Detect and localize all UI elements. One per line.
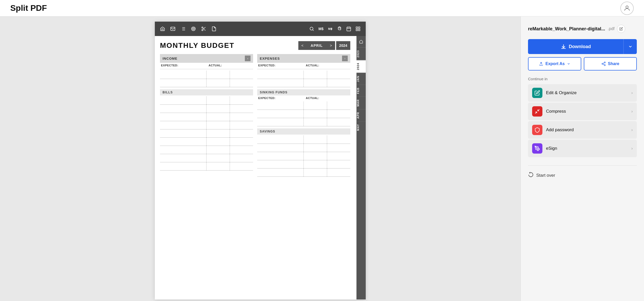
pdf-toolbar-right: M$ M$̷ bbox=[308, 25, 362, 32]
savings-header: SAVINGS bbox=[257, 128, 350, 135]
budget-header: MONTHLY BUDGET < APRIL > 2024 bbox=[160, 41, 350, 50]
bills-label: BILLS bbox=[163, 91, 173, 94]
income-row-2 bbox=[160, 79, 253, 87]
bills-row-6 bbox=[160, 138, 253, 146]
pdf-side-nav: 2023 2024 JAN FEB MAR APR MAY bbox=[356, 36, 366, 299]
expenses-rows bbox=[257, 71, 350, 87]
side-nav-jan[interactable]: JAN bbox=[356, 73, 366, 85]
pdf-preview-area: M$ M$̷ bbox=[0, 16, 521, 301]
budget-grid: INCOME › EXPECTED: ACTUAL: bbox=[160, 54, 350, 177]
income-rows bbox=[160, 71, 253, 87]
prev-month-button[interactable]: < bbox=[298, 41, 307, 50]
bills-rows bbox=[160, 96, 253, 171]
bills-row-7 bbox=[160, 146, 253, 154]
money-cross-icon[interactable]: M$̷ bbox=[327, 25, 334, 32]
bills-header: BILLS bbox=[160, 89, 253, 95]
income-section: INCOME › EXPECTED: ACTUAL: bbox=[160, 54, 253, 177]
svg-line-17 bbox=[538, 109, 539, 111]
edit-filename-button[interactable] bbox=[617, 25, 625, 33]
svg-point-0 bbox=[626, 6, 628, 8]
sinking-funds-label: SINKING FUNDS bbox=[260, 91, 288, 94]
feature-left-edit: Edit & Organize bbox=[532, 88, 577, 98]
feature-compress[interactable]: Compress › bbox=[528, 103, 637, 120]
edit-organize-chevron: › bbox=[631, 91, 633, 95]
sinking-row-2 bbox=[257, 110, 350, 118]
continue-in-label: Continue in bbox=[528, 77, 637, 81]
side-nav-home[interactable] bbox=[356, 36, 366, 47]
svg-rect-10 bbox=[359, 27, 360, 29]
side-nav-may[interactable]: MAY bbox=[356, 121, 366, 133]
side-nav-2024[interactable]: 2024 bbox=[356, 60, 366, 73]
svg-point-4 bbox=[193, 29, 194, 29]
user-icon-button[interactable] bbox=[620, 2, 634, 15]
sinking-actual-label: ACTUAL: bbox=[306, 96, 349, 100]
svg-point-6 bbox=[202, 30, 203, 31]
side-nav-feb[interactable]: FEB bbox=[356, 85, 366, 96]
svg-point-13 bbox=[604, 62, 605, 63]
grid-icon[interactable] bbox=[354, 25, 362, 32]
next-month-button[interactable]: > bbox=[327, 41, 335, 50]
bills-row-8 bbox=[160, 154, 253, 162]
download-chevron-button[interactable] bbox=[623, 39, 637, 54]
expenses-actual-label: ACTUAL: bbox=[306, 64, 349, 67]
calendar-icon[interactable] bbox=[345, 25, 352, 32]
esign-chevron: › bbox=[631, 146, 633, 151]
sinking-funds-header: SINKING FUNDS bbox=[257, 89, 350, 95]
home-icon[interactable] bbox=[159, 25, 166, 32]
sinking-expected-label: EXPECTED: bbox=[258, 96, 302, 100]
search-icon[interactable] bbox=[308, 25, 315, 32]
feature-left-esign: eSign bbox=[532, 143, 557, 154]
income-expected-label: EXPECTED: bbox=[161, 64, 204, 67]
target-icon[interactable] bbox=[190, 25, 197, 32]
side-nav-mar[interactable]: MAR bbox=[356, 96, 366, 109]
add-password-icon bbox=[532, 125, 542, 135]
expenses-section: EXPENSES › EXPECTED: ACTUAL: bbox=[257, 54, 350, 177]
feature-esign[interactable]: eSign › bbox=[528, 140, 637, 157]
expense-row-2 bbox=[257, 79, 350, 87]
feature-edit-organize[interactable]: Edit & Organize › bbox=[528, 84, 637, 102]
mail-icon[interactable] bbox=[169, 25, 176, 32]
income-arrow[interactable]: › bbox=[245, 56, 251, 61]
money-sign-icon[interactable]: M$ bbox=[317, 25, 325, 32]
topbar: Split PDF bbox=[0, 0, 644, 16]
main-content: M$ M$̷ bbox=[0, 16, 644, 301]
esign-label: eSign bbox=[546, 146, 557, 151]
svg-point-7 bbox=[310, 27, 313, 30]
income-actual-label: ACTUAL: bbox=[209, 64, 252, 67]
expenses-labels: EXPECTED: ACTUAL: bbox=[257, 64, 350, 67]
budget-title: MONTHLY BUDGET bbox=[160, 41, 234, 50]
pdf-toolbar: M$ M$̷ bbox=[155, 22, 366, 36]
share-button[interactable]: Share bbox=[584, 57, 637, 70]
savings-label: SAVINGS bbox=[260, 130, 275, 133]
expense-row-1 bbox=[257, 71, 350, 79]
action-row: Export As Share bbox=[528, 57, 637, 70]
feature-list: Edit & Organize › Compress › bbox=[528, 84, 637, 157]
income-header: INCOME › bbox=[160, 54, 253, 63]
feature-left-password: Add password bbox=[532, 125, 574, 135]
page-title: Split PDF bbox=[10, 3, 47, 13]
add-password-chevron: › bbox=[631, 128, 633, 132]
compress-chevron: › bbox=[631, 109, 633, 114]
side-nav-2023[interactable]: 2023 bbox=[356, 47, 366, 60]
expenses-header: EXPENSES › bbox=[257, 54, 350, 63]
start-over-button[interactable]: Start over bbox=[528, 170, 637, 181]
expenses-divider bbox=[257, 69, 350, 69]
download-button[interactable]: Download bbox=[528, 39, 623, 54]
side-nav-apr[interactable]: APR bbox=[356, 109, 366, 121]
download-row: Download bbox=[528, 39, 637, 54]
hand-icon[interactable] bbox=[336, 25, 343, 32]
feature-left-compress: Compress bbox=[532, 106, 566, 117]
list-icon[interactable] bbox=[180, 25, 187, 32]
expenses-expected-label: EXPECTED: bbox=[258, 64, 302, 67]
compress-icon bbox=[532, 106, 542, 117]
bills-row-9 bbox=[160, 162, 253, 171]
expenses-arrow[interactable]: › bbox=[342, 56, 348, 61]
svg-rect-8 bbox=[347, 27, 351, 31]
scissor-icon[interactable] bbox=[200, 25, 207, 32]
export-button[interactable]: Export As bbox=[528, 57, 581, 70]
document-icon[interactable] bbox=[210, 25, 218, 32]
savings-row-5 bbox=[257, 169, 350, 177]
feature-add-password[interactable]: Add password › bbox=[528, 121, 637, 139]
svg-point-15 bbox=[604, 65, 605, 66]
share-label: Share bbox=[608, 61, 619, 66]
